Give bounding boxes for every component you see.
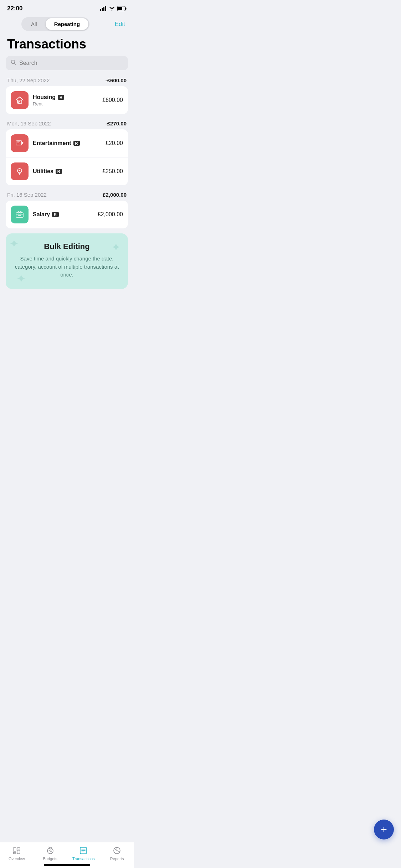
transaction-info: SalaryR: [33, 211, 93, 218]
status-time: 22:00: [7, 5, 22, 12]
signal-icon: [100, 6, 107, 11]
transaction-group-2: Fri, 16 Sep 2022£2,000.00SalaryR£2,000.0…: [6, 190, 128, 228]
bulk-editing-desc: Save time and quickly change the date, c…: [13, 255, 121, 279]
status-icons: [100, 6, 127, 11]
bulk-editing-banner: ✦ ✦ ✦ Bulk Editing Save time and quickly…: [6, 233, 128, 289]
group-header-0: Thu, 22 Sep 2022-£600.00: [6, 76, 128, 86]
transaction-amount: £20.00: [106, 140, 123, 146]
decoration-2: ✦: [111, 241, 121, 254]
transaction-name: Housing: [33, 94, 56, 100]
bulk-editing-title: Bulk Editing: [13, 242, 121, 251]
transaction-group-1: Mon, 19 Sep 2022-£270.00EntertainmentR£2…: [6, 119, 128, 185]
housing-icon: [11, 91, 29, 109]
svg-rect-20: [20, 212, 21, 213]
transaction-name: Salary: [33, 211, 50, 218]
repeating-badge: R: [56, 169, 62, 174]
transaction-amount: £2,000.00: [98, 211, 123, 218]
transaction-group-0: Thu, 22 Sep 2022-£600.00HousingRRent£600…: [6, 76, 128, 114]
svg-rect-6: [118, 7, 122, 10]
wifi-icon: [109, 6, 115, 11]
status-bar: 22:00: [0, 0, 134, 14]
search-icon: [11, 60, 16, 67]
edit-button[interactable]: Edit: [112, 19, 128, 29]
group-total-0: -£600.00: [106, 77, 127, 83]
salary-icon: [11, 206, 29, 223]
group-date-1: Mon, 19 Sep 2022: [7, 120, 51, 126]
repeating-badge: R: [58, 95, 64, 100]
decoration-1: ✦: [9, 237, 19, 250]
transaction-name: Entertainment: [33, 140, 71, 146]
search-bar[interactable]: [6, 56, 128, 70]
segment-row: All Repeating Edit: [0, 14, 134, 34]
group-date-2: Fri, 16 Sep 2022: [7, 192, 47, 198]
svg-rect-3: [105, 6, 106, 11]
utilities-icon: [11, 162, 29, 180]
repeating-badge: R: [52, 212, 58, 217]
transaction-info: EntertainmentR: [33, 140, 101, 146]
svg-rect-5: [125, 7, 127, 10]
transaction-name: Utilities: [33, 168, 53, 175]
segment-control: All Repeating: [21, 17, 89, 31]
transactions-container: Thu, 22 Sep 2022-£600.00HousingRRent£600…: [0, 76, 134, 228]
svg-rect-0: [100, 9, 101, 11]
transaction-card-1: EntertainmentR£20.00UtilitiesR£250.00: [6, 129, 128, 185]
group-total-2: £2,000.00: [103, 192, 127, 198]
transaction-amount: £600.00: [102, 97, 123, 103]
transaction-info: UtilitiesR: [33, 168, 98, 175]
transaction-info: HousingRRent: [33, 94, 98, 107]
decoration-3: ✦: [16, 272, 26, 285]
table-row[interactable]: EntertainmentR£20.00: [6, 129, 128, 157]
svg-rect-21: [18, 215, 21, 216]
entertainment-icon: [11, 134, 29, 152]
battery-icon: [117, 6, 127, 11]
svg-rect-18: [16, 213, 23, 217]
svg-marker-12: [22, 142, 23, 144]
group-date-0: Thu, 22 Sep 2022: [7, 77, 50, 83]
svg-rect-19: [18, 212, 19, 213]
transaction-sub: Rent: [33, 101, 98, 107]
group-header-1: Mon, 19 Sep 2022-£270.00: [6, 119, 128, 129]
segment-all[interactable]: All: [22, 18, 46, 30]
group-total-1: -£270.00: [106, 120, 127, 126]
search-input[interactable]: [19, 60, 123, 66]
table-row[interactable]: UtilitiesR£250.00: [6, 157, 128, 185]
transaction-card-0: HousingRRent£600.00: [6, 86, 128, 114]
svg-rect-1: [102, 8, 103, 11]
svg-rect-2: [103, 7, 104, 11]
group-header-2: Fri, 16 Sep 2022£2,000.00: [6, 190, 128, 201]
page-title: Transactions: [0, 34, 134, 56]
transaction-card-2: SalaryR£2,000.00: [6, 201, 128, 228]
table-row[interactable]: SalaryR£2,000.00: [6, 201, 128, 228]
segment-repeating[interactable]: Repeating: [46, 18, 89, 30]
svg-line-8: [15, 63, 16, 65]
repeating-badge: R: [73, 141, 80, 146]
transaction-amount: £250.00: [102, 168, 123, 175]
table-row[interactable]: HousingRRent£600.00: [6, 86, 128, 114]
